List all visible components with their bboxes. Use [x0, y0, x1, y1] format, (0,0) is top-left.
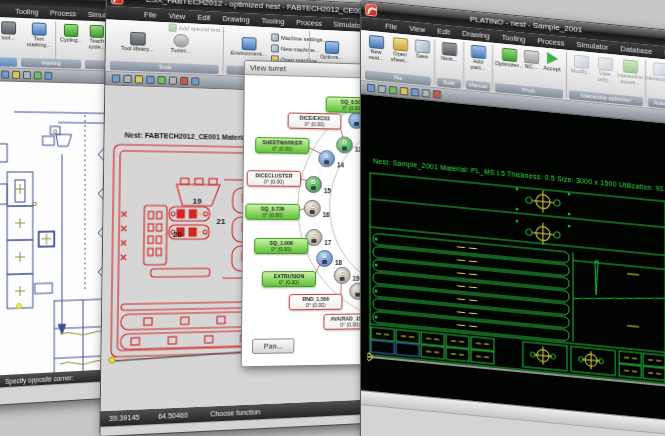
cycling-icon — [64, 24, 78, 37]
tool-label-sheetmarker: SHEETMARKER 0° (0.00) — [255, 137, 309, 154]
tool-angle: 0° (0.00) — [263, 212, 283, 218]
turret-icon — [173, 34, 188, 48]
button-label: Environment... — [231, 51, 267, 58]
tool-label-dicecluster: DICECLUSTER 0° (0.00) — [247, 170, 302, 187]
environment-icon — [241, 37, 256, 51]
turret-station-16[interactable]: C — [304, 200, 321, 217]
app-logo-icon — [365, 3, 377, 16]
add-special-feature-icon — [168, 23, 176, 32]
optimizer-button[interactable]: Optimizer... — [497, 47, 521, 69]
quick-toolbar-icon[interactable] — [1, 70, 9, 78]
quick-toolbar-icon[interactable] — [422, 89, 430, 98]
quick-toolbar-icon[interactable] — [169, 76, 177, 84]
desktop: Tooling Process Simulator Database tool.… — [0, 0, 665, 436]
menu-edit[interactable]: Edit — [191, 12, 216, 22]
text-marking-icon — [31, 22, 46, 36]
text-marking-button[interactable]: Text marking... — [25, 22, 52, 49]
quick-toolbar-icon[interactable] — [135, 75, 143, 83]
quick-toolbar-icon[interactable] — [180, 77, 188, 85]
save-button[interactable]: Save — [413, 39, 431, 61]
tool-button[interactable]: tool... — [0, 21, 21, 42]
menu-tooling[interactable]: Tooling — [255, 16, 290, 27]
tool-angle: 0° (0.00) — [272, 146, 292, 152]
quick-toolbar-icon[interactable] — [157, 76, 165, 84]
tool-angle: 0° (0.00) — [305, 121, 325, 127]
options-icon — [324, 41, 338, 54]
menu-process[interactable]: Process — [44, 8, 82, 19]
green-nest-drawing — [367, 169, 665, 390]
turret-station-13[interactable]: D — [336, 136, 353, 153]
station-number: 19 — [352, 275, 359, 282]
group-label-marking: Marking — [21, 58, 81, 69]
part-number-19: 19 — [193, 197, 202, 206]
quick-toolbar-icon[interactable] — [433, 90, 441, 99]
teach-cycle-icon — [90, 25, 104, 38]
quick-toolbar-icon[interactable] — [389, 86, 397, 95]
tool-angle: 0° (0.00) — [271, 246, 291, 252]
quick-toolbar-icon[interactable] — [34, 71, 42, 79]
coord-x: 39.39145 — [109, 414, 140, 423]
station-number: 14 — [337, 161, 344, 168]
nc-button[interactable]: NC... — [523, 50, 539, 71]
quick-toolbar-icon[interactable] — [146, 76, 154, 84]
menu-view[interactable]: View — [403, 23, 431, 35]
tool-library-button[interactable]: Tool library... — [116, 31, 158, 53]
new-nest-button[interactable]: New nest... — [365, 34, 387, 62]
accept-arrow-icon — [547, 52, 558, 65]
turret-station-14[interactable]: B — [318, 150, 335, 167]
station-number: 18 — [335, 259, 342, 266]
quick-toolbar-icon[interactable] — [12, 71, 20, 79]
menu-view[interactable]: View — [163, 11, 192, 22]
turret-button[interactable]: Turret... — [162, 33, 199, 55]
menu-file[interactable]: File — [138, 10, 163, 20]
turret-station-15[interactable]: D — [305, 176, 322, 193]
options-button[interactable]: Options... — [314, 40, 348, 61]
menu-file[interactable]: File — [379, 21, 403, 32]
tool-label-sq-0736: SQ_0.736 0° (0.00) — [245, 204, 300, 221]
button-label: Text marking... — [25, 36, 52, 49]
group-label-tools: Tools — [110, 61, 219, 74]
part-number-20: 20 — [173, 230, 182, 239]
button-label: Optimizer... — [495, 61, 523, 70]
tool-label-extrusion: EXTRUSION 0° (0.00) — [262, 271, 316, 288]
add-special-feature-button[interactable]: Add special feat... — [168, 23, 225, 34]
quick-toolbar-icon[interactable] — [123, 75, 131, 84]
turret-station-18[interactable]: B — [316, 250, 333, 267]
pan-button[interactable]: Pan... — [252, 338, 294, 354]
environment-button[interactable]: Environment... — [229, 36, 269, 58]
add-part-button[interactable]: Add part... — [467, 44, 489, 72]
interactive-zones-button[interactable]: Interactive zones... — [618, 59, 642, 87]
machine-settings-icon — [271, 33, 279, 41]
new-machine-button[interactable]: New machine... — [271, 44, 319, 54]
quick-toolbar-icon[interactable] — [45, 72, 53, 80]
quick-toolbar-icon[interactable] — [367, 84, 375, 93]
right-nest-viewport[interactable]: Nest: Sample_2001 Material: PL_MS L5 Thi… — [361, 94, 665, 422]
view-only-button[interactable]: View only... — [594, 57, 616, 85]
station-number: 17 — [324, 239, 331, 246]
menu-tooling[interactable]: Tooling — [9, 6, 44, 17]
quick-toolbar-icon[interactable] — [378, 85, 386, 94]
button-label: Open sheet... — [389, 51, 411, 65]
quick-toolbar-icon[interactable] — [411, 88, 419, 97]
tool-angle: 0° (0.00) — [306, 302, 326, 308]
nest-button[interactable]: Nest... — [438, 42, 460, 64]
button-label: Add part... — [467, 58, 489, 72]
interactive-button[interactable]: Interactive... — [649, 62, 665, 84]
tool-angle: 0° (0.00) — [279, 279, 299, 285]
quick-toolbar-icon[interactable] — [112, 74, 121, 83]
accept-button[interactable]: Accept — [541, 51, 563, 73]
coord-y: 64.50460 — [158, 411, 188, 419]
tool-angle: 0° (0.00) — [264, 179, 284, 185]
cycling-button[interactable]: Cycling... — [59, 24, 83, 45]
group-label-highlight — [0, 57, 17, 67]
menu-edit[interactable]: Edit — [431, 26, 456, 37]
quick-toolbar-icon[interactable] — [23, 71, 31, 79]
modify-button[interactable]: Modify... — [570, 54, 592, 76]
part-number-21: 21 — [216, 217, 225, 226]
quick-toolbar-icon[interactable] — [400, 87, 408, 96]
button-label: Modify... — [571, 68, 592, 76]
quick-toolbar-icon[interactable] — [191, 77, 199, 85]
menu-drawing[interactable]: Drawing — [216, 14, 255, 25]
open-sheet-button[interactable]: Open sheet... — [389, 37, 411, 65]
menu-process[interactable]: Process — [290, 17, 327, 28]
